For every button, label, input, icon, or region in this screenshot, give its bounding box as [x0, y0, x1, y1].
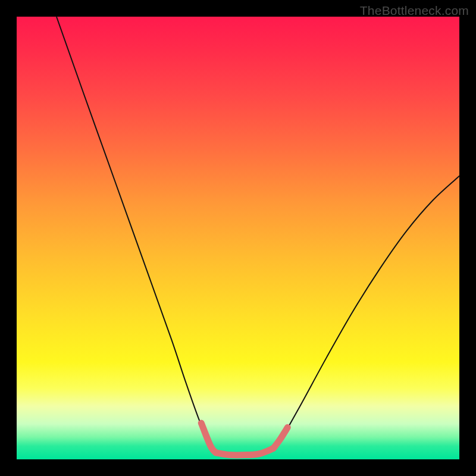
watermark-text: TheBottleneck.com — [360, 4, 469, 18]
series-lower-left-pink — [201, 423, 216, 453]
chart-frame: TheBottleneck.com — [0, 0, 476, 476]
chart-plot-area — [17, 17, 459, 459]
series-bottom-flat — [216, 448, 274, 455]
series-lower-right-pink — [274, 427, 288, 448]
series-right-curve — [274, 176, 459, 449]
series-left-curve — [57, 17, 216, 453]
chart-svg — [17, 17, 459, 459]
